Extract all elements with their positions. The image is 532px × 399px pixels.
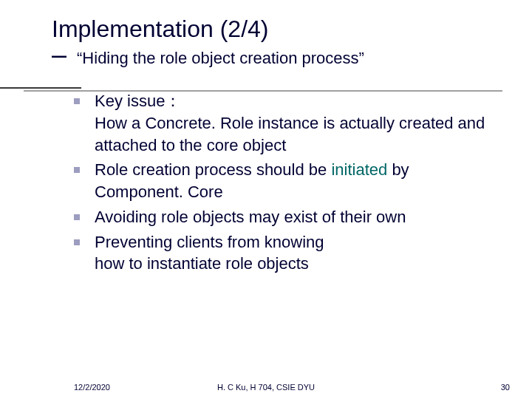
divider-short	[0, 87, 81, 89]
footer-author: H. C Ku, H 704, CSIE DYU	[0, 383, 532, 392]
bullet-marker	[74, 167, 80, 173]
bullet-4: Preventing clients from knowing how to i…	[74, 231, 488, 275]
subtitle-row: – “Hiding the role object creation proce…	[52, 44, 502, 71]
page-title: Implementation (2/4)	[52, 15, 502, 43]
bullet-3: Avoiding role objects may exist of their…	[74, 206, 488, 228]
text-fragment: How a Concrete. Role instance is actuall…	[95, 114, 485, 154]
subtitle: “Hiding the role object creation process…	[77, 48, 364, 69]
bullet-2: Role creation process should be initiate…	[74, 159, 488, 202]
divider-long	[24, 90, 502, 92]
text-fragment: Preventing clients from knowing	[95, 233, 324, 251]
text-fragment: how to instantiate role objects	[95, 254, 309, 273]
bullet-text: Preventing clients from knowing how to i…	[95, 231, 324, 275]
divider	[0, 87, 532, 96]
bullet-marker	[74, 239, 80, 245]
bullet-marker	[74, 98, 80, 104]
accent-text: initiated	[331, 160, 387, 179]
dash-marker: –	[52, 41, 66, 68]
bullet-marker	[74, 214, 80, 220]
bullet-text: Key issue： How a Concrete. Role instance…	[95, 90, 488, 156]
bullet-text: Role creation process should be initiate…	[95, 159, 488, 202]
text-fragment: Role creation process should be	[95, 160, 331, 179]
bullet-1: Key issue： How a Concrete. Role instance…	[74, 90, 488, 156]
page-number: 30	[501, 383, 510, 392]
slide: Implementation (2/4) – “Hiding the role …	[0, 0, 532, 399]
content: Key issue： How a Concrete. Role instance…	[74, 90, 488, 275]
bullet-text: Avoiding role objects may exist of their…	[95, 206, 406, 228]
